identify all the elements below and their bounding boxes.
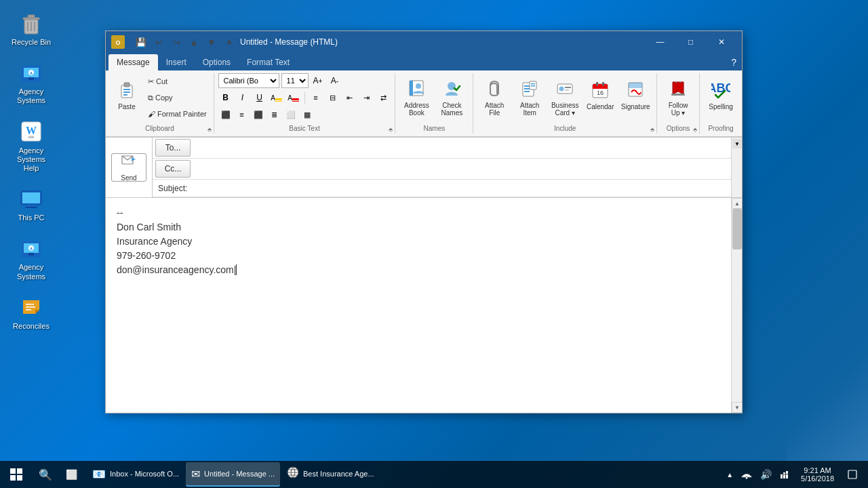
names-group: AddressBook CheckNames xyxy=(395,73,473,134)
grow-btn[interactable]: A+ xyxy=(311,73,326,88)
attach-item-btn[interactable]: AttachItem xyxy=(513,76,547,119)
down-qa-btn[interactable]: ▼ xyxy=(203,35,220,49)
body-scrollbar[interactable]: ▲ ▼ xyxy=(731,198,742,413)
bold-btn[interactable]: B xyxy=(218,90,233,105)
business-card-btn[interactable]: BusinessCard ▾ xyxy=(548,76,582,119)
highlight-btn[interactable]: A▬ xyxy=(269,90,284,105)
this-pc-icon[interactable]: This PC xyxy=(7,182,56,225)
agency-systems-1-icon[interactable]: A AgencySystems xyxy=(7,56,56,108)
agency-systems-2-icon[interactable]: A AgencySystems xyxy=(7,232,56,283)
attach-file-btn[interactable]: AttachFile xyxy=(477,76,511,119)
tab-insert[interactable]: Insert xyxy=(158,54,195,70)
check-names-btn[interactable]: CheckNames xyxy=(435,76,469,119)
power-icon[interactable] xyxy=(776,461,793,488)
to-field[interactable] xyxy=(193,140,731,156)
svg-text:16: 16 xyxy=(597,89,604,96)
follow-up-btn[interactable]: FollowUp ▾ xyxy=(661,76,695,119)
font-size-select[interactable]: 11 xyxy=(281,73,309,88)
align-dist-btn[interactable]: ⬜ xyxy=(283,107,298,122)
desktop-icons: Recycle Bin A AgencySystems W wiki xyxy=(0,0,62,340)
scroll-up-btn[interactable]: ▲ xyxy=(732,198,742,209)
to-btn[interactable]: To... xyxy=(155,139,191,157)
svg-text:A: A xyxy=(30,71,33,75)
header-expand[interactable]: ▼ xyxy=(732,139,742,148)
cut-icon: ✂ xyxy=(148,77,154,86)
spelling-btn[interactable]: ABC Spelling xyxy=(704,77,738,118)
qa-dropdown[interactable]: ▾ xyxy=(221,35,237,49)
network-icon[interactable] xyxy=(738,461,755,488)
window-controls: — □ ✕ xyxy=(645,31,736,53)
volume-icon[interactable]: 🔊 xyxy=(757,461,774,488)
save-qa-btn[interactable]: 💾 xyxy=(133,35,149,49)
basic-text-expand[interactable]: ⬘ xyxy=(387,125,395,134)
close-btn[interactable]: ✕ xyxy=(706,31,736,53)
scroll-down-btn[interactable]: ▼ xyxy=(732,402,742,413)
tab-format-text[interactable]: Format Text xyxy=(239,54,298,70)
reconciles-icon[interactable]: Reconciles xyxy=(7,291,56,333)
increase-indent-btn[interactable]: ⇥ xyxy=(359,90,374,105)
svg-rect-56 xyxy=(671,94,685,96)
send-button[interactable]: Send xyxy=(111,153,146,182)
scroll-thumb[interactable] xyxy=(732,209,742,249)
svg-rect-43 xyxy=(531,85,535,87)
subject-label: Subject: xyxy=(153,182,193,195)
tab-options[interactable]: Options xyxy=(195,54,239,70)
recycle-bin-icon[interactable]: Recycle Bin xyxy=(7,7,56,49)
address-book-label: AddressBook xyxy=(404,102,429,117)
start-btn[interactable] xyxy=(0,461,33,488)
align-justify-btn[interactable]: ≣ xyxy=(267,107,282,122)
attach-item-icon xyxy=(520,79,539,100)
message-form: Send To... Cc... Subject: xyxy=(106,137,742,413)
svg-rect-29 xyxy=(124,83,130,87)
tab-message[interactable]: Message xyxy=(108,54,158,70)
cut-btn[interactable]: ✂ Cut xyxy=(145,74,210,89)
bullets-btn[interactable]: ≡ xyxy=(309,90,323,105)
taskbar-clock[interactable]: 9:21 AM 5/16/2018 xyxy=(795,461,840,488)
format-painter-btn[interactable]: 🖌 Format Painter xyxy=(145,106,210,121)
align-center-btn[interactable]: ≡ xyxy=(235,107,250,122)
address-book-btn[interactable]: AddressBook xyxy=(399,76,433,119)
undo-qa-btn[interactable]: ↩ xyxy=(151,35,167,49)
cc-field[interactable] xyxy=(193,161,731,177)
browser-label: Best Insurance Age... xyxy=(303,470,374,478)
maximize-btn[interactable]: □ xyxy=(675,31,706,53)
svg-point-35 xyxy=(416,83,421,89)
agency-systems-help-icon[interactable]: W wiki AgencySystems Help xyxy=(7,115,56,176)
signature-btn[interactable]: Signature xyxy=(618,77,652,118)
underline-btn[interactable]: U xyxy=(252,90,267,105)
task-view-btn[interactable]: ⬜ xyxy=(58,461,84,488)
up-qa-btn[interactable]: ▲ xyxy=(186,35,202,49)
numbering-btn[interactable]: ⊟ xyxy=(326,90,340,105)
taskbar-browser[interactable]: Best Insurance Age... xyxy=(281,462,380,487)
align-right-btn[interactable]: ⬛ xyxy=(251,107,266,122)
font-top-row: Calibri (Bo 11 A+ A- xyxy=(218,73,391,88)
clipboard-expand[interactable]: ⬘ xyxy=(205,125,214,134)
paste-btn[interactable]: Paste xyxy=(110,77,144,118)
redo-qa-btn[interactable]: ↪ xyxy=(168,35,184,49)
search-btn[interactable]: 🔍 xyxy=(33,461,58,488)
taskbar-outlook-inbox[interactable]: 📧 Inbox - Microsoft O... xyxy=(87,462,184,487)
tray-expand[interactable]: ▲ xyxy=(724,468,736,481)
include-expand[interactable]: ⬘ xyxy=(648,125,656,134)
basic-text-buttons: Calibri (Bo 11 A+ A- B I xyxy=(218,73,391,123)
shrink-btn[interactable]: A- xyxy=(328,73,342,88)
help-btn[interactable]: ? xyxy=(726,54,742,70)
svg-text:O: O xyxy=(115,39,120,46)
taskbar-compose[interactable]: ✉ Untitled - Message ... xyxy=(186,462,280,487)
decrease-indent-btn[interactable]: ⇤ xyxy=(342,90,357,105)
align-left-btn[interactable]: ⬛ xyxy=(218,107,233,122)
copy-btn[interactable]: ⧉ Copy xyxy=(145,90,210,105)
body-editor[interactable]: -- Don Carl Smith Insurance Agency 979-2… xyxy=(106,198,731,413)
calendar-btn[interactable]: 16 Calendar xyxy=(583,77,617,118)
italic-btn[interactable]: I xyxy=(235,90,250,105)
font-name-select[interactable]: Calibri (Bo xyxy=(218,73,279,88)
align-thai-btn[interactable]: ▦ xyxy=(300,107,315,122)
rtl-btn[interactable]: ⇄ xyxy=(376,90,391,105)
notification-btn[interactable] xyxy=(842,461,863,488)
options-expand[interactable]: ⬘ xyxy=(691,125,699,134)
minimize-btn[interactable]: — xyxy=(645,31,675,53)
cc-btn[interactable]: Cc... xyxy=(155,160,191,178)
subject-field[interactable] xyxy=(193,180,731,197)
font-color-btn[interactable]: A▬ xyxy=(286,90,301,105)
agency-systems-help-label: AgencySystems Help xyxy=(9,146,53,174)
